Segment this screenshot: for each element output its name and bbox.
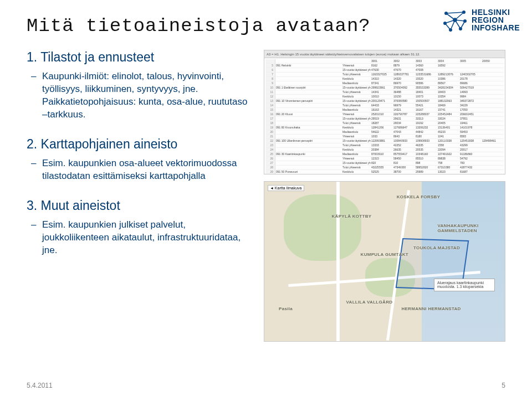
- cell: [482, 81, 504, 86]
- cell: 34229: [459, 104, 482, 108]
- cell: 25201010: [371, 112, 393, 117]
- cell: 90586: [415, 81, 437, 86]
- cell: 370504092: [393, 86, 415, 90]
- cell: 16: [265, 112, 275, 117]
- cell: 20384: [371, 148, 393, 152]
- cell: [482, 143, 504, 148]
- map-district-label: KOSKELA FORSBY: [397, 194, 441, 199]
- cell: [482, 77, 504, 81]
- cell: 89567: [437, 81, 459, 86]
- cell: 45233: [437, 130, 459, 135]
- section-3-heading: 3. Muut aineistot: [27, 198, 254, 213]
- bullet: Esim. kaupunkien julkiset palvelut, jouk…: [29, 219, 254, 257]
- cell: [275, 166, 342, 170]
- cell: 188132063: [437, 99, 459, 104]
- cell: [275, 95, 342, 99]
- cell: 18287: [371, 121, 393, 126]
- cell: 1233531686: [415, 73, 437, 77]
- cell: [482, 148, 504, 152]
- cell: 29631: [393, 117, 415, 121]
- cell: 43299: [459, 143, 482, 148]
- cell: Tulot yhteensä: [342, 90, 371, 95]
- cell: 109908933: [415, 139, 437, 143]
- cell: 19461: [459, 121, 482, 126]
- cell: [482, 73, 504, 77]
- map-district-label: VALLILA VALLGÅRD: [346, 300, 393, 305]
- cell: Yhteensä: [342, 112, 371, 117]
- cell: 1240302705: [459, 73, 482, 77]
- cell: Keskitulo: [342, 170, 371, 174]
- cell: 898: [415, 161, 437, 166]
- cell: 47630: [371, 68, 393, 73]
- cell: 15-vuotta täyttäneet yhteensä: [342, 68, 371, 73]
- spreadsheet-grid: 30013002300330043005200505091 HelsinkiYh…: [264, 58, 505, 174]
- map-callout: Aluerajaus kaartinkaupunki muodosta. 1.3…: [434, 279, 495, 291]
- cell: 8180: [415, 135, 437, 139]
- section-1-title: Tilastot ja ennusteet: [40, 50, 154, 64]
- cell: 3004: [437, 59, 459, 64]
- cell: 15-vuotta täyttäneet yhteensä: [342, 86, 371, 90]
- figures-column: A3 = H1. Helsingin 15 vuotta täyttäneet …: [264, 50, 505, 342]
- cell: [275, 135, 342, 139]
- cell: Keskitulo: [342, 77, 371, 81]
- section-3-bullets: Esim. kaupunkien julkiset palvelut, jouk…: [27, 219, 254, 257]
- cell: 091 1 Eteläinen suurpiiri: [275, 86, 342, 90]
- cell: 13333: [371, 143, 393, 148]
- cell: 91186860: [459, 152, 482, 157]
- cell: 36488: [393, 90, 415, 95]
- cell: 42877432: [459, 166, 482, 170]
- cell: 509427019: [459, 86, 482, 90]
- cell: [482, 95, 504, 99]
- slide-footer: 5.4.2011 5: [27, 382, 505, 389]
- cell: 29519: [371, 117, 393, 121]
- cell: 21: [265, 135, 275, 139]
- cell: 1289337781: [393, 73, 415, 77]
- cell: 14360: [415, 64, 437, 68]
- cell: 225452484: [437, 112, 459, 117]
- cell: [275, 68, 342, 73]
- cell: [342, 59, 371, 64]
- cell: [459, 68, 482, 73]
- svg-line-13: [446, 12, 464, 13]
- cell: 370080580: [393, 99, 415, 104]
- cell: Tulot yhteensä: [342, 166, 371, 170]
- cell: 3428154304: [437, 86, 459, 90]
- cell: 125451838: [459, 139, 482, 143]
- cell: 820: [371, 161, 393, 166]
- section-3: 3. Muut aineistot Esim. kaupunkien julki…: [27, 198, 254, 257]
- cell: 14321: [393, 108, 415, 112]
- cell: 16163: [371, 108, 393, 112]
- cell: 091 10 Vironniemen peruspiiri: [275, 99, 342, 104]
- cell: 349372872: [459, 99, 482, 104]
- cell: 10073: [415, 95, 437, 99]
- cell: 47670: [393, 68, 415, 73]
- cell: 7: [265, 73, 275, 77]
- cell: 33313: [415, 117, 437, 121]
- cell: 091 50 Punavuori: [275, 170, 342, 174]
- cell: 15136401: [437, 126, 459, 130]
- cell: Keskitulo: [342, 148, 371, 152]
- cell: 46335: [415, 143, 437, 148]
- map-district-label: KUMPULA GUMTÄKT: [361, 252, 408, 257]
- cell: 1263327025: [371, 73, 393, 77]
- section-3-num: 3.: [27, 198, 37, 213]
- cell: 1558: [437, 143, 459, 148]
- cell: 37951: [459, 117, 482, 121]
- footer-date: 5.4.2011: [27, 382, 53, 389]
- cell: 14310: [371, 77, 393, 81]
- cell: Keskitulo: [342, 126, 371, 130]
- cell: 3001: [371, 59, 393, 64]
- cell: 89838: [437, 157, 459, 161]
- section-3-title: Muut aineistot: [41, 198, 120, 213]
- cell: 52525: [371, 170, 393, 174]
- cell: 20405: [437, 121, 459, 126]
- cell: 10348160: [415, 152, 437, 157]
- cell: 20017: [459, 148, 482, 152]
- cell: 107491922: [437, 152, 459, 157]
- cell: 1289213076: [437, 73, 459, 77]
- cell: 10010: [371, 95, 393, 99]
- cell: 25: [265, 152, 275, 157]
- cell: [265, 59, 275, 64]
- logo-mark-icon: [443, 8, 467, 32]
- cell: [482, 86, 504, 90]
